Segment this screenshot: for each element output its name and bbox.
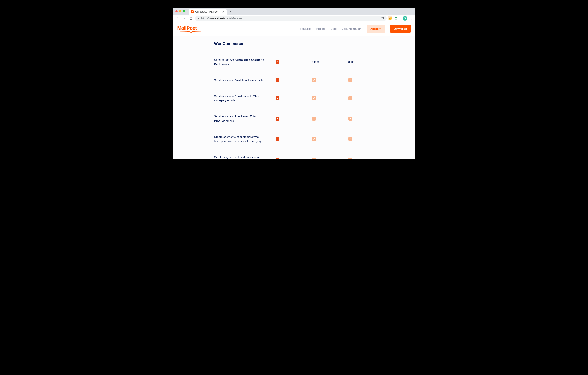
forward-button[interactable] <box>181 16 187 21</box>
logo-underline-icon <box>177 31 204 33</box>
bookmark-star-icon[interactable] <box>381 16 384 20</box>
maximize-window-button[interactable] <box>183 10 185 12</box>
browser-menu-button[interactable] <box>409 17 413 20</box>
new-tab-button[interactable]: + <box>228 9 233 14</box>
check-icon <box>348 117 352 121</box>
table-row: Create segments of customers who have pu… <box>209 149 379 159</box>
table-row: Create segments of customers who have pu… <box>209 129 379 149</box>
features-table: WooCommerceSend automatic Abandoned Shop… <box>209 36 379 159</box>
check-icon <box>348 137 352 141</box>
check-icon <box>312 137 316 141</box>
feature-label: Send automatic Purchased This Product em… <box>214 114 265 123</box>
logo-text: MailPoet <box>177 25 197 31</box>
check-icon <box>312 78 316 82</box>
table-row: Send automatic Purchased In This Categor… <box>209 88 379 109</box>
page-body[interactable]: WooCommerceSend automatic Abandoned Shop… <box>173 36 415 159</box>
feature-label: Create segments of customers who have pu… <box>214 155 265 159</box>
soon-label: soon! <box>348 60 355 63</box>
download-button[interactable]: Download <box>390 25 411 33</box>
tab-close-button[interactable]: ✕ <box>222 11 224 13</box>
feature-label: Send automatic Abandoned Shopping Cart e… <box>214 57 265 66</box>
cross-icon <box>276 137 279 141</box>
account-button[interactable]: Account <box>367 25 385 33</box>
profile-avatar[interactable]: S <box>403 16 407 21</box>
page-viewport: MailPoet Features Pricing Blog Documenta… <box>173 22 415 159</box>
reload-button[interactable] <box>188 16 194 21</box>
cross-icon <box>276 96 279 100</box>
check-icon <box>348 78 352 82</box>
tab-strip: M All Features - MailPoet ✕ + <box>173 8 415 15</box>
feature-label: Create segments of customers who have pu… <box>214 135 265 143</box>
cross-icon <box>276 157 279 159</box>
browser-window: M All Features - MailPoet ✕ + https://ww… <box>173 8 415 159</box>
section-row: WooCommerce <box>209 36 379 52</box>
feature-label: Send automatic Purchased In This Categor… <box>214 94 265 103</box>
toolbar: https://www.mailpoet.com/all-features 🐱 … <box>173 15 415 22</box>
table-row: Send automatic First Purchase emails <box>209 72 379 88</box>
address-bar[interactable]: https://www.mailpoet.com/all-features <box>195 16 387 21</box>
nav-blog[interactable]: Blog <box>331 27 337 30</box>
window-controls <box>174 8 189 15</box>
extension-icon[interactable] <box>394 16 398 21</box>
extension-icon[interactable]: 🐱 <box>388 16 392 21</box>
site-header: MailPoet Features Pricing Blog Documenta… <box>173 22 415 36</box>
check-icon <box>312 117 316 121</box>
check-icon <box>348 96 352 100</box>
browser-tab[interactable]: M All Features - MailPoet ✕ <box>189 9 227 15</box>
soon-label: soon! <box>312 60 319 63</box>
minimize-window-button[interactable] <box>179 10 181 12</box>
nav-features[interactable]: Features <box>300 27 311 30</box>
lock-icon <box>197 17 200 20</box>
cross-icon <box>276 117 279 121</box>
divider <box>400 16 400 20</box>
feature-label: Send automatic First Purchase emails <box>214 78 265 82</box>
site-logo[interactable]: MailPoet <box>177 25 204 33</box>
table-row: Send automatic Abandoned Shopping Cart e… <box>209 52 379 72</box>
check-icon <box>312 96 316 100</box>
table-row: Send automatic Purchased This Product em… <box>209 109 379 129</box>
back-button[interactable] <box>175 16 180 21</box>
close-window-button[interactable] <box>175 10 178 12</box>
tab-favicon: M <box>191 11 194 13</box>
main-nav: Features Pricing Blog Documentation Acco… <box>300 25 411 33</box>
section-title: WooCommerce <box>214 41 265 46</box>
check-icon <box>312 157 316 159</box>
nav-documentation[interactable]: Documentation <box>342 27 362 30</box>
tab-title: All Features - MailPoet <box>195 11 218 13</box>
nav-pricing[interactable]: Pricing <box>316 27 326 30</box>
url-text: https://www.mailpoet.com/all-features <box>201 17 242 20</box>
cross-icon <box>276 60 279 64</box>
cross-icon <box>276 78 279 82</box>
check-icon <box>348 157 352 159</box>
